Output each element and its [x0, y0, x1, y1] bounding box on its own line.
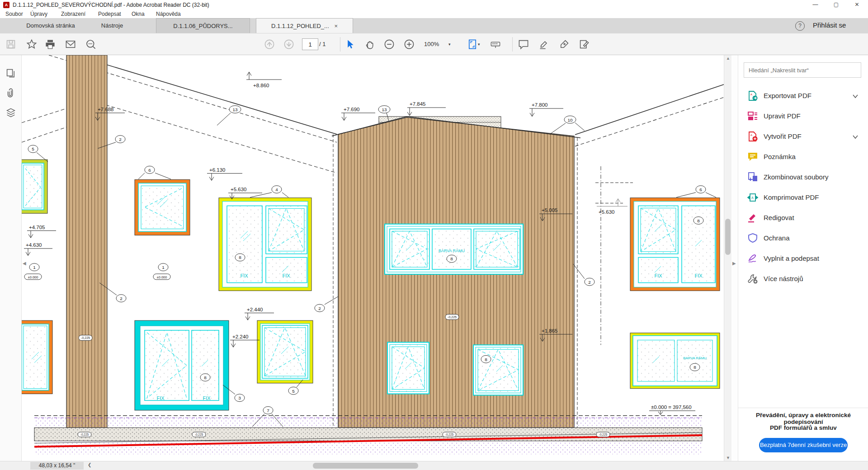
- help-icon[interactable]: ?: [795, 21, 805, 31]
- menu-zobrazeni[interactable]: Zobrazení: [61, 11, 85, 17]
- menu-upravy[interactable]: Úpravy: [30, 11, 47, 17]
- tools-panel: A Exportovat PDF Upravit PDF A Vytvořit …: [738, 55, 868, 461]
- hand-tool-icon[interactable]: [364, 39, 375, 50]
- svg-text:10: 10: [567, 118, 573, 122]
- menu-napoveda[interactable]: Nápověda: [156, 11, 181, 17]
- maximize-button[interactable]: ▢: [826, 0, 846, 10]
- svg-text:8: 8: [204, 375, 207, 380]
- fix-label: FIX: [240, 273, 248, 278]
- window-yellow-5: [257, 320, 313, 383]
- svg-text:+2.440: +2.440: [247, 307, 263, 312]
- tool-combine-files[interactable]: Zkombinovat soubory: [738, 167, 868, 188]
- tool-label: Komprimovat PDF: [764, 193, 819, 201]
- free-trial-button[interactable]: Bezplatná 7denní zkušební verze: [759, 438, 848, 452]
- save-icon[interactable]: [5, 39, 16, 50]
- next-page-icon[interactable]: [283, 39, 294, 50]
- tab-doc-pudorys[interactable]: D.1.1.06_PŮDORYS...: [156, 18, 250, 33]
- svg-text:6: 6: [148, 168, 151, 173]
- svg-text:+5.630: +5.630: [231, 187, 246, 192]
- previous-page-icon[interactable]: [264, 39, 275, 50]
- barva-ramu-label: BARVA RÁMU: [683, 356, 707, 360]
- tab-doc-pohled-label: D.1.1.12_POHLED_...: [271, 23, 329, 29]
- left-sidebar-rail: [0, 55, 22, 461]
- svg-text:-0,225: -0,225: [80, 433, 89, 436]
- svg-text:1: 1: [162, 265, 165, 270]
- tool-label: Zkombinovat soubory: [764, 173, 828, 181]
- star-favorites-icon[interactable]: [26, 39, 37, 50]
- fit-page-icon[interactable]: [467, 39, 478, 50]
- menu-okna[interactable]: Okna: [132, 11, 145, 17]
- fill-sign-icon[interactable]: [579, 39, 590, 50]
- tool-compress-pdf[interactable]: A Komprimovat PDF: [738, 188, 868, 208]
- main-toolbar: / 1 100% ▾ ▾: [0, 33, 868, 55]
- chevron-down-icon[interactable]: [852, 93, 859, 99]
- vertical-scroll-thumb[interactable]: [725, 219, 731, 255]
- svg-text:2: 2: [318, 306, 321, 311]
- elevation-drawing: FIX FIX FIX FIX: [22, 55, 724, 461]
- fountain-pen-icon[interactable]: [559, 39, 570, 50]
- tab-home[interactable]: Domovská stránka: [12, 18, 89, 33]
- highlighter-icon[interactable]: [538, 39, 549, 50]
- svg-text:+5.630: +5.630: [599, 209, 614, 215]
- zoom-in-icon[interactable]: [404, 39, 415, 50]
- svg-text:4: 4: [275, 187, 278, 192]
- svg-text:+2.240: +2.240: [232, 334, 248, 339]
- tool-create-pdf[interactable]: A Vytvořit PDF: [738, 127, 868, 147]
- tool-edit-pdf[interactable]: Upravit PDF: [738, 106, 868, 127]
- window-yellowgreen-left: [22, 160, 47, 213]
- page-number-input[interactable]: [302, 38, 318, 50]
- sign-in-link[interactable]: Přihlásit se: [813, 21, 846, 29]
- close-button[interactable]: ✕: [847, 0, 867, 10]
- print-icon[interactable]: [45, 39, 56, 50]
- svg-text:8: 8: [239, 255, 241, 260]
- svg-text:+4.705: +4.705: [29, 225, 45, 230]
- menu-soubor[interactable]: Soubor: [5, 11, 23, 17]
- minimize-button[interactable]: —: [805, 0, 826, 10]
- tool-comment[interactable]: Poznámka: [738, 147, 868, 167]
- svg-text:8: 8: [697, 218, 700, 223]
- page-thumbnails-icon[interactable]: [5, 68, 16, 79]
- scroll-down-icon[interactable]: ▼: [724, 455, 732, 461]
- svg-text:+1.865: +1.865: [542, 328, 557, 334]
- select-cursor-icon[interactable]: [344, 39, 355, 50]
- horizontal-scroll-thumb[interactable]: [313, 463, 418, 469]
- svg-text:5: 5: [32, 147, 34, 152]
- layers-icon[interactable]: [5, 108, 16, 118]
- comment-icon[interactable]: [518, 39, 529, 50]
- window-yellow-4: FIX FIX: [219, 198, 311, 291]
- svg-text:+6.130: +6.130: [209, 167, 225, 173]
- svg-text:A: A: [751, 196, 754, 199]
- tool-protect[interactable]: Ochrana: [738, 228, 868, 249]
- email-icon[interactable]: [65, 39, 76, 50]
- scroll-left-icon[interactable]: ❮: [88, 462, 91, 467]
- pdf-canvas[interactable]: FIX FIX FIX FIX: [22, 55, 724, 461]
- fit-caret-icon[interactable]: ▾: [478, 42, 480, 47]
- expand-right-panel-icon[interactable]: ▶: [732, 261, 736, 266]
- tool-fill-sign[interactable]: Vyplnit a podepsat: [738, 249, 868, 269]
- collapse-left-panel-icon[interactable]: ◀: [23, 261, 26, 266]
- zoom-level-value[interactable]: 100%: [424, 41, 439, 47]
- tool-redact[interactable]: Redigovat: [738, 208, 868, 228]
- tools-search-input[interactable]: [744, 62, 861, 78]
- attachments-paperclip-icon[interactable]: [5, 88, 16, 99]
- scroll-up-icon[interactable]: ▲: [724, 55, 732, 61]
- svg-text:+7.690: +7.690: [344, 107, 359, 112]
- tab-close-icon[interactable]: ×: [334, 23, 338, 29]
- tool-export-pdf[interactable]: A Exportovat PDF: [738, 86, 868, 106]
- window-cyan-3: FIX FIX: [135, 320, 229, 410]
- fix-label: FIX: [282, 273, 290, 278]
- svg-text:+8.860: +8.860: [253, 83, 269, 88]
- vertical-scrollbar[interactable]: ▲ ▼: [724, 55, 731, 461]
- search-zoom-icon[interactable]: [85, 39, 96, 50]
- zoom-caret-icon[interactable]: ▾: [448, 42, 451, 47]
- menu-podepsat[interactable]: Podepsat: [98, 11, 121, 17]
- tab-doc-pohled[interactable]: D.1.1.12_POHLED_... ×: [256, 18, 353, 33]
- tab-tools[interactable]: Nástroje: [91, 18, 133, 33]
- page-size-indicator: 48,03 x 16,54 ": [30, 462, 84, 470]
- tool-more-tools[interactable]: Více nástrojů: [738, 269, 868, 289]
- chevron-down-icon[interactable]: [852, 134, 859, 140]
- ruler-measure-icon[interactable]: [490, 39, 501, 50]
- promo-line2: PDF formulářů a smluv: [738, 424, 868, 431]
- svg-text:3: 3: [238, 395, 241, 400]
- zoom-out-icon[interactable]: [384, 39, 395, 50]
